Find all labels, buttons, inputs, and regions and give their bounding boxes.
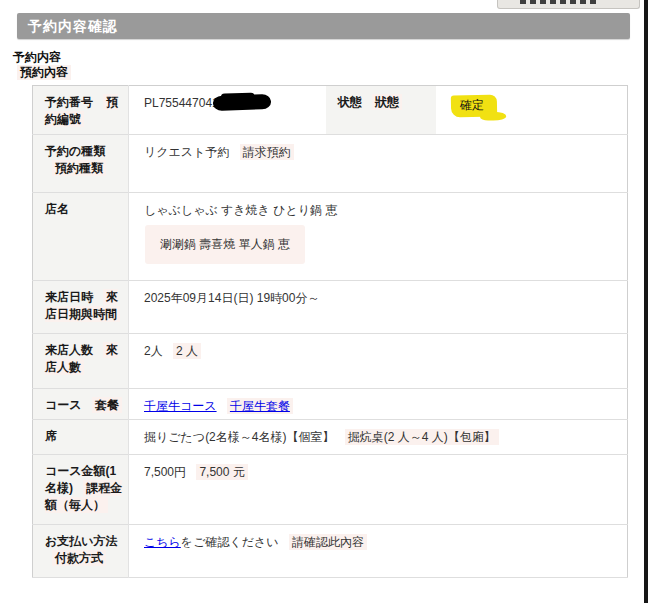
reservation-type-zh: 請求預約 xyxy=(240,144,294,160)
course-link-ja[interactable]: 千屋牛コース xyxy=(144,399,217,413)
row-label: 来店人数 來店人數 xyxy=(33,334,129,389)
row-label-zh: 付款方式 xyxy=(52,550,106,566)
row-label-ja: 来店人数 xyxy=(45,343,93,357)
section-heading: 予約内容 預約內容 xyxy=(13,51,71,80)
status-value-cell: 確定 xyxy=(436,86,628,135)
row-label: お支払い方法 付款方式 xyxy=(33,525,129,578)
row-label: 予約番号 預約編號 xyxy=(33,86,129,135)
course-price-zh: 7,500 元 xyxy=(196,464,247,480)
seat-zh: 掘炕桌(2 人～4 人)【包廂】 xyxy=(345,429,499,445)
table-row-reservation-type: 予約の種類 預約種類 リクエスト予約 請求預約 xyxy=(33,135,628,193)
course-cell: 千屋牛コース 千屋牛套餐 xyxy=(129,389,628,420)
redaction-scribble xyxy=(213,94,271,111)
reservation-type-ja: リクエスト予約 xyxy=(144,145,229,159)
status-label-ja: 状態 xyxy=(338,95,362,109)
status-label-zh: 狀態 xyxy=(372,94,402,110)
course-link-zh[interactable]: 千屋牛套餐 xyxy=(227,398,293,414)
party-size-cell: 2人 2 人 xyxy=(129,334,628,389)
table-row-course: コース 套餐 千屋牛コース 千屋牛套餐 xyxy=(33,389,628,420)
reservation-confirmation-page: 予約内容確認 予約内容 預約內容 予約番号 預約編號 PL755447041 状… xyxy=(0,0,652,603)
row-label-ja: 店名 xyxy=(45,202,69,216)
payment-method-cell: こちらをご確認ください 請確認此內容 xyxy=(129,525,628,578)
row-label: 来店日時 來店日期與時間 xyxy=(33,281,129,334)
visit-datetime-cell: 2025年09月14日(日) 19時00分～ xyxy=(129,281,628,334)
payment-method-ja: をご確認ください xyxy=(181,535,279,549)
table-row-payment-method: お支払い方法 付款方式 こちらをご確認ください 請確認此內容 xyxy=(33,525,628,578)
reservation-type-cell: リクエスト予約 請求預約 xyxy=(129,135,628,193)
seat-ja: 掘りごたつ(2名様～4名様)【個室】 xyxy=(144,430,334,444)
page-title: 予約内容確認 xyxy=(17,13,630,39)
payment-method-zh: 請確認此內容 xyxy=(289,534,367,550)
row-label: コース金額(1名様) 課程金額（毎人） xyxy=(33,455,129,525)
payment-details-link[interactable]: こちら xyxy=(144,535,181,549)
status-badge: 確定 xyxy=(450,95,496,118)
row-label-zh: 套餐 xyxy=(92,397,122,413)
row-label-ja: お支払い方法 xyxy=(45,534,118,548)
reservation-number: PL755447041 xyxy=(144,96,219,110)
table-row-seat: 席 掘りごたつ(2名様～4名様)【個室】 掘炕桌(2 人～4 人)【包廂】 xyxy=(33,420,628,455)
visit-datetime: 2025年09月14日(日) 19時00分～ xyxy=(144,291,319,305)
row-label-ja: コース xyxy=(45,398,82,412)
clipped-button-text xyxy=(520,0,598,4)
row-label: 席 xyxy=(33,420,129,455)
clipped-toolbar-button[interactable] xyxy=(497,0,640,9)
shop-name-zh: 涮涮鍋 壽喜燒 單人鍋 恵 xyxy=(145,225,305,264)
row-label-ja: 予約の種類 xyxy=(45,144,105,158)
row-label-ja: 席 xyxy=(45,429,57,443)
section-heading-zh: 預約內容 xyxy=(17,65,71,80)
party-size-ja: 2人 xyxy=(144,344,163,358)
table-row-visit-datetime: 来店日時 來店日期與時間 2025年09月14日(日) 19時00分～ xyxy=(33,281,628,334)
seat-cell: 掘りごたつ(2名様～4名様)【個室】 掘炕桌(2 人～4 人)【包廂】 xyxy=(129,420,628,455)
table-row-shop-name: 店名 しゃぶしゃぶ すき焼き ひとり鍋 恵 涮涮鍋 壽喜燒 單人鍋 恵 xyxy=(33,193,628,281)
row-label-ja: 来店日時 xyxy=(45,290,93,304)
row-label: 店名 xyxy=(33,193,129,281)
section-heading-ja: 予約内容 xyxy=(13,51,71,64)
reservation-table: 予約番号 預約編號 PL755447041 状態 狀態 確定 予約の種類 預約種… xyxy=(32,85,628,578)
table-row-reservation-number: 予約番号 預約編號 PL755447041 状態 狀態 確定 xyxy=(33,86,628,135)
shop-name-ja: しゃぶしゃぶ すき焼き ひとり鍋 恵 xyxy=(144,202,619,219)
course-price-ja: 7,500円 xyxy=(144,465,186,479)
row-label-ja: 予約番号 xyxy=(45,95,93,109)
window-edge-line xyxy=(644,0,648,603)
course-price-cell: 7,500円 7,500 元 xyxy=(129,455,628,525)
row-label: コース 套餐 xyxy=(33,389,129,420)
shop-name-cell: しゃぶしゃぶ すき焼き ひとり鍋 恵 涮涮鍋 壽喜燒 單人鍋 恵 xyxy=(129,193,628,281)
status-label-cell: 状態 狀態 xyxy=(326,86,436,135)
reservation-number-cell: PL755447041 xyxy=(129,86,326,135)
table-row-course-price: コース金額(1名様) 課程金額（毎人） 7,500円 7,500 元 xyxy=(33,455,628,525)
party-size-zh: 2 人 xyxy=(173,343,201,359)
row-label-zh: 預約種類 xyxy=(52,160,106,176)
table-row-party-size: 来店人数 來店人數 2人 2 人 xyxy=(33,334,628,389)
row-label: 予約の種類 預約種類 xyxy=(33,135,129,193)
